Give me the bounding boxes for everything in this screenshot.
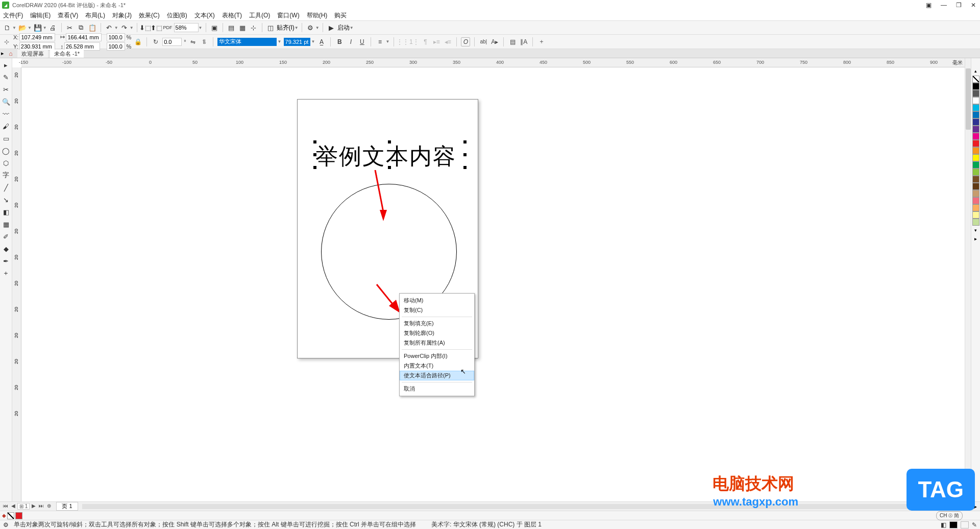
undo-dropdown-icon[interactable]: ▼ xyxy=(114,26,118,30)
menu-text[interactable]: 文本(X) xyxy=(194,11,215,20)
align-icon[interactable]: ≡ xyxy=(375,37,384,46)
swatch[interactable] xyxy=(972,154,979,161)
redo-button[interactable]: ↷ xyxy=(119,22,130,33)
coreldraw-icon[interactable]: ▣ xyxy=(924,2,934,9)
swatch[interactable] xyxy=(972,133,979,140)
pdf-button[interactable]: PDF xyxy=(163,22,173,33)
italic-icon[interactable]: I xyxy=(346,37,355,46)
ctx-copy-all[interactable]: 复制所有属性(A) xyxy=(400,338,474,348)
selection-handle[interactable] xyxy=(313,140,316,143)
save-button[interactable]: 💾 xyxy=(33,22,43,33)
zoom-tool[interactable]: 🔍 xyxy=(1,97,11,106)
options-button[interactable]: ⚙ xyxy=(305,22,315,33)
menu-object[interactable]: 对象(J) xyxy=(112,11,132,20)
fill-swatch[interactable] xyxy=(15,512,22,519)
horizontal-scrollbar[interactable] xyxy=(82,504,967,509)
swatch[interactable] xyxy=(972,190,979,197)
align-dropdown-icon[interactable]: ▼ xyxy=(385,39,389,44)
first-page-icon[interactable]: ⏮ xyxy=(2,503,9,510)
numlist-icon[interactable]: 1⋮ xyxy=(409,37,419,46)
connector-tool[interactable]: ↘ xyxy=(1,195,11,204)
scale-x-input[interactable] xyxy=(107,33,125,41)
grid-button[interactable]: ▦ xyxy=(237,22,248,33)
vertical-scrollbar[interactable] xyxy=(965,58,971,501)
redo-dropdown-icon[interactable]: ▼ xyxy=(130,26,134,30)
rotation-input[interactable] xyxy=(162,38,182,46)
ctx-copy[interactable]: 复制(C) xyxy=(400,305,474,315)
font-name-input[interactable] xyxy=(217,38,277,46)
swatch[interactable] xyxy=(972,147,979,154)
swatch[interactable] xyxy=(972,197,979,204)
ellipse-tool[interactable]: ◯ xyxy=(1,146,11,155)
swatch[interactable] xyxy=(972,161,979,169)
ruler-vertical[interactable]: 2020202020202020202020202020 xyxy=(12,67,21,501)
zoom-input[interactable] xyxy=(174,23,199,32)
lock-ratio-icon[interactable]: 🔒 xyxy=(133,37,142,46)
ctx-copy-fill[interactable]: 复制填充(E) xyxy=(400,319,474,328)
selection-handle[interactable] xyxy=(388,140,391,143)
swatch[interactable] xyxy=(972,111,979,118)
selection-handle[interactable] xyxy=(463,166,467,169)
next-page-icon[interactable]: ▶ xyxy=(31,503,37,510)
canvas[interactable]: 举例文本内容 xyxy=(21,67,965,501)
x-input[interactable] xyxy=(19,33,55,41)
swatch[interactable] xyxy=(972,140,979,147)
menu-file[interactable]: 文件(F) xyxy=(3,11,23,20)
swatch[interactable] xyxy=(972,219,979,226)
font-size-input[interactable] xyxy=(284,38,310,46)
drop-shadow-tool[interactable]: ◧ xyxy=(1,207,11,217)
indent-inc-icon[interactable]: ▸≡ xyxy=(432,37,441,46)
selection-handle[interactable] xyxy=(463,153,467,156)
pick-tool[interactable]: ▸ xyxy=(1,60,11,69)
text-tool[interactable]: 字 xyxy=(1,171,11,180)
mirror-h-icon[interactable]: ⇋ xyxy=(188,37,198,46)
fill-color-indicator[interactable] xyxy=(949,521,958,528)
menu-effects[interactable]: 效果(C) xyxy=(139,11,160,20)
menu-edit[interactable]: 编辑(E) xyxy=(30,11,51,20)
last-page-icon[interactable]: ⏭ xyxy=(38,503,45,510)
arrow-icon[interactable]: ▸ xyxy=(1,50,4,57)
fill-tool[interactable]: ◆ xyxy=(1,244,11,253)
outline-color-indicator[interactable] xyxy=(961,521,969,528)
menu-layout[interactable]: 布局(L) xyxy=(85,11,105,20)
dropcap-icon[interactable]: ¶ xyxy=(421,37,430,46)
more-tool[interactable]: ＋ xyxy=(1,269,11,278)
page-tab[interactable]: 页 1 xyxy=(56,502,78,511)
menu-help[interactable]: 帮助(H) xyxy=(307,11,328,20)
guides-button[interactable]: ⊹ xyxy=(249,22,259,33)
parallel-dim-tool[interactable]: ╱ xyxy=(1,183,11,192)
options-dropdown-icon[interactable]: ▼ xyxy=(315,26,320,30)
fontsize-dropdown-icon[interactable]: ▼ xyxy=(311,39,315,44)
menu-bitmap[interactable]: 位图(B) xyxy=(167,11,187,20)
font-dropdown-icon[interactable]: ▼ xyxy=(278,39,282,44)
prev-page-icon[interactable]: ◀ xyxy=(10,503,16,510)
snap-icon[interactable]: ◫ xyxy=(265,22,276,33)
no-fill-swatch[interactable] xyxy=(7,512,14,519)
menu-window[interactable]: 窗口(W) xyxy=(277,11,299,20)
tool-hint-icon[interactable]: ✎ xyxy=(972,521,977,528)
width-input[interactable] xyxy=(66,33,102,41)
paste-button[interactable]: 📋 xyxy=(87,22,97,33)
import-button[interactable]: ⬇⬚ xyxy=(140,22,151,33)
swatch[interactable] xyxy=(972,204,979,211)
save-dropdown-icon[interactable]: ▼ xyxy=(43,26,47,30)
scale-y-input[interactable] xyxy=(107,42,125,51)
swatch[interactable] xyxy=(972,104,979,111)
artistic-tool[interactable]: 🖌 xyxy=(1,122,11,131)
language-indicator[interactable]: CH ⦾ 简 xyxy=(936,511,963,520)
swatch[interactable] xyxy=(972,176,979,183)
add-button[interactable]: ＋ xyxy=(537,37,546,46)
fullscreen-button[interactable]: ▣ xyxy=(209,22,219,33)
cut-button[interactable]: ✂ xyxy=(65,22,75,33)
selection-handle[interactable] xyxy=(313,166,316,169)
swatch[interactable] xyxy=(972,97,979,104)
zoom-dropdown-icon[interactable]: ▼ xyxy=(199,26,203,30)
indent-dec-icon[interactable]: ◂≡ xyxy=(443,37,452,46)
selection-handle[interactable] xyxy=(388,166,391,169)
eyedropper-tool[interactable]: ✐ xyxy=(1,232,11,241)
swatch-none[interactable] xyxy=(972,76,979,83)
swatch[interactable] xyxy=(972,169,979,176)
swatch[interactable] xyxy=(972,211,979,219)
new-button[interactable]: 🗋 xyxy=(2,22,12,33)
scrollbar-thumb[interactable] xyxy=(966,68,971,130)
